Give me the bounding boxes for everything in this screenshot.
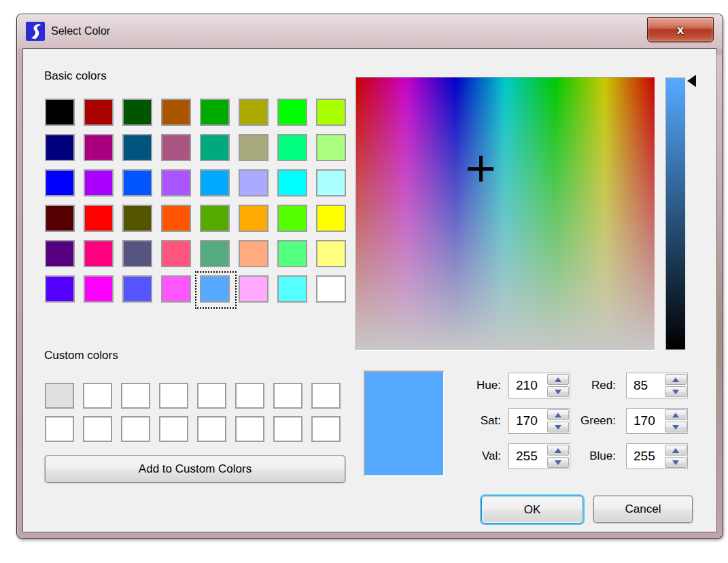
red-value[interactable]: 85 xyxy=(627,373,664,398)
basic-color-swatch[interactable] xyxy=(122,275,161,311)
color-swatch xyxy=(122,169,152,197)
basic-color-swatch[interactable] xyxy=(122,99,161,134)
basic-color-swatch[interactable] xyxy=(316,99,355,134)
spin-up-button[interactable] xyxy=(665,374,687,385)
basic-color-swatch[interactable] xyxy=(316,134,355,169)
blue-spinbox[interactable]: 255 xyxy=(626,443,688,469)
basic-color-swatch[interactable] xyxy=(122,169,161,205)
basic-color-swatch[interactable] xyxy=(316,275,355,311)
desktop-background: Select Color x Basic colors Custom color… xyxy=(0,0,728,563)
red-spinbox[interactable]: 85 xyxy=(626,373,688,398)
basic-color-swatch[interactable] xyxy=(84,205,122,240)
custom-color-swatch[interactable] xyxy=(121,383,159,416)
green-value[interactable]: 170 xyxy=(627,409,664,433)
picker-crosshair-icon[interactable] xyxy=(468,156,493,182)
basic-color-swatch[interactable] xyxy=(277,275,316,311)
basic-color-swatch[interactable] xyxy=(277,99,316,134)
basic-color-swatch[interactable] xyxy=(84,169,122,205)
basic-color-swatch[interactable] xyxy=(316,240,355,275)
basic-color-swatch[interactable] xyxy=(239,205,277,240)
basic-color-swatch[interactable] xyxy=(161,275,200,311)
custom-color-swatch[interactable] xyxy=(235,416,273,449)
green-field-row: Green: 170 xyxy=(513,408,688,434)
spin-down-button[interactable] xyxy=(665,457,687,468)
hue-saturation-picker[interactable] xyxy=(356,77,655,351)
basic-color-swatch[interactable] xyxy=(45,99,84,134)
custom-color-swatch[interactable] xyxy=(159,383,197,416)
basic-color-swatch[interactable] xyxy=(239,169,277,205)
cancel-button[interactable]: Cancel xyxy=(593,496,693,523)
basic-color-swatch[interactable] xyxy=(45,240,84,275)
basic-color-swatch[interactable] xyxy=(239,99,277,134)
titlebar[interactable]: Select Color x xyxy=(17,14,723,48)
color-swatch xyxy=(316,240,346,267)
custom-color-swatch[interactable] xyxy=(45,416,83,449)
custom-color-swatch[interactable] xyxy=(45,383,83,416)
color-swatch xyxy=(316,169,346,197)
spin-up-button[interactable] xyxy=(665,445,687,456)
color-swatch xyxy=(45,99,75,126)
add-to-custom-colors-button[interactable]: Add to Custom Colors xyxy=(45,456,345,483)
basic-color-swatch[interactable] xyxy=(122,134,161,169)
basic-color-swatch[interactable] xyxy=(277,169,316,205)
color-swatch xyxy=(239,205,268,232)
basic-color-swatch[interactable] xyxy=(84,275,122,311)
basic-color-swatch[interactable] xyxy=(316,169,355,205)
green-spinbox[interactable]: 170 xyxy=(626,408,688,434)
close-icon: x xyxy=(677,23,684,36)
custom-color-swatch[interactable] xyxy=(311,383,349,416)
basic-color-swatch[interactable] xyxy=(161,240,200,275)
basic-color-swatch[interactable] xyxy=(316,205,355,240)
basic-color-swatch[interactable] xyxy=(239,240,277,275)
basic-color-swatch[interactable] xyxy=(239,275,277,311)
basic-color-swatch[interactable] xyxy=(200,275,239,311)
basic-color-swatch[interactable] xyxy=(200,134,239,169)
custom-color-swatch[interactable] xyxy=(83,416,121,449)
basic-color-swatch[interactable] xyxy=(45,275,84,311)
close-button[interactable]: x xyxy=(647,17,714,42)
custom-color-swatch[interactable] xyxy=(121,416,159,449)
custom-color-swatch[interactable] xyxy=(197,383,235,416)
basic-color-swatch[interactable] xyxy=(161,134,200,169)
custom-color-swatch[interactable] xyxy=(235,383,273,416)
spin-down-button[interactable] xyxy=(665,386,687,397)
basic-color-swatch[interactable] xyxy=(84,240,122,275)
custom-color-swatch[interactable] xyxy=(273,383,311,416)
basic-color-swatch[interactable] xyxy=(200,169,239,205)
spin-up-button[interactable] xyxy=(665,409,687,420)
basic-color-swatch[interactable] xyxy=(122,240,161,275)
basic-color-swatch[interactable] xyxy=(200,205,239,240)
custom-colors-label: Custom colors xyxy=(44,349,118,362)
custom-color-swatch[interactable] xyxy=(83,383,121,416)
color-swatch xyxy=(316,134,346,161)
blue-value[interactable]: 255 xyxy=(627,444,664,468)
custom-color-swatch[interactable] xyxy=(159,416,197,449)
color-swatch xyxy=(197,416,226,442)
color-swatch xyxy=(45,240,75,267)
custom-color-swatch[interactable] xyxy=(311,416,349,449)
spin-down-button[interactable] xyxy=(665,422,687,432)
basic-color-swatch[interactable] xyxy=(200,99,239,134)
basic-color-swatch[interactable] xyxy=(161,169,200,205)
basic-color-swatch[interactable] xyxy=(122,205,161,240)
ok-button[interactable]: OK xyxy=(481,496,583,524)
basic-color-swatch[interactable] xyxy=(161,99,200,134)
blue-label: Blue: xyxy=(513,449,616,463)
basic-color-swatch[interactable] xyxy=(84,99,122,134)
basic-color-swatch[interactable] xyxy=(277,205,316,240)
green-label: Green: xyxy=(513,414,616,428)
custom-color-swatch[interactable] xyxy=(197,416,235,449)
basic-color-swatch[interactable] xyxy=(277,134,316,169)
basic-color-swatch[interactable] xyxy=(45,169,84,205)
custom-color-swatch[interactable] xyxy=(273,416,311,449)
basic-color-swatch[interactable] xyxy=(277,240,316,275)
basic-color-swatch[interactable] xyxy=(45,205,84,240)
basic-color-swatch[interactable] xyxy=(161,205,200,240)
basic-color-swatch[interactable] xyxy=(200,240,239,275)
basic-color-swatch[interactable] xyxy=(45,134,84,169)
basic-color-swatch[interactable] xyxy=(84,134,122,169)
color-swatch xyxy=(84,134,114,161)
value-slider-indicator-icon[interactable] xyxy=(687,75,696,87)
value-slider[interactable] xyxy=(665,78,686,350)
basic-color-swatch[interactable] xyxy=(239,134,277,169)
